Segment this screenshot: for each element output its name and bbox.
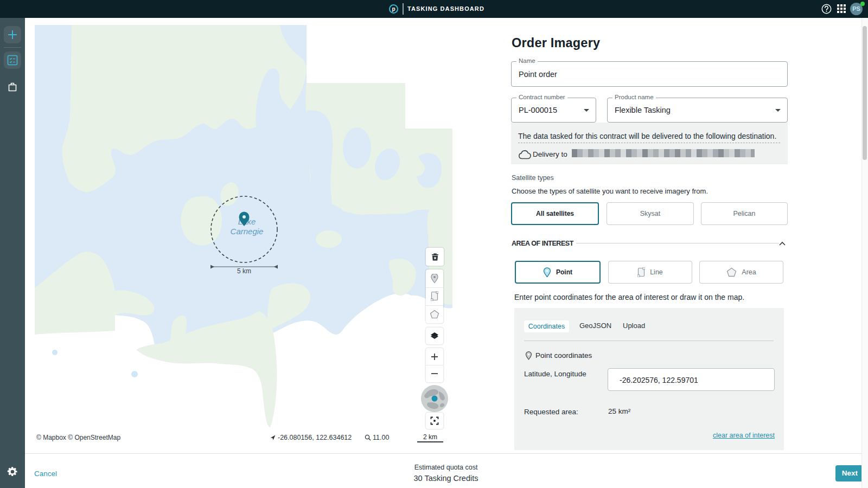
svg-text:5 km: 5 km xyxy=(237,267,251,275)
svg-text:Carnegie: Carnegie xyxy=(231,227,264,236)
